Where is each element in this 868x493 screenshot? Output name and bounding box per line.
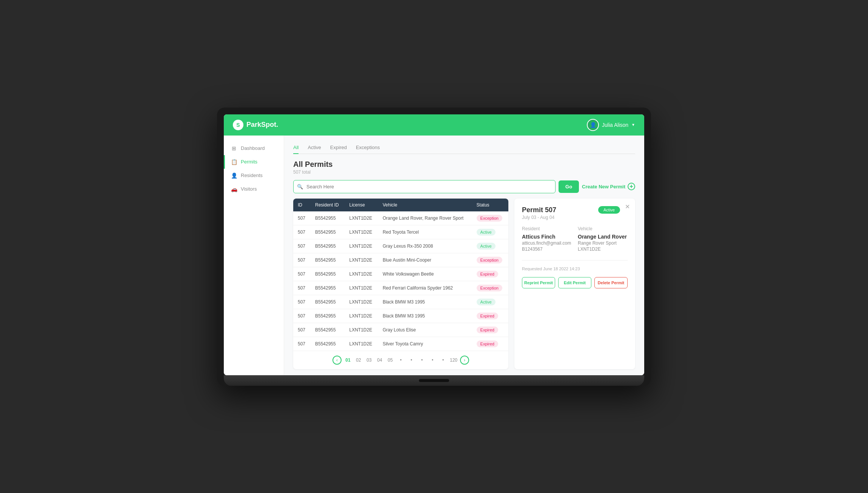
table-row[interactable]: 507 B5542955 LXNT1D2E Gray Lexus Rx-350 … (293, 239, 508, 253)
cell-id: 507 (293, 309, 311, 323)
tab-expired[interactable]: Expired (330, 142, 347, 154)
permits-icon: 📋 (231, 159, 237, 165)
prev-page-button[interactable]: ‹ (332, 356, 342, 365)
user-name: Julia Alison (602, 122, 628, 128)
edit-permit-button[interactable]: Edit Permit (558, 277, 591, 288)
cell-status: Expired (472, 309, 508, 323)
cell-vehicle: Black BMW M3 1995 (378, 295, 472, 309)
table-row[interactable]: 507 B5542955 LXNT1D2E Gray Lotus Elise E… (293, 323, 508, 337)
cell-vehicle: Blue Austin Mini-Cooper (378, 253, 472, 267)
cell-status: Expired (472, 267, 508, 281)
resident-name: Atticus Finch (522, 234, 572, 240)
page-05[interactable]: 05 (386, 356, 394, 364)
vehicle-column: Vehicle Orange Land Rover Range Rover Sp… (578, 226, 628, 253)
cell-status: Active (472, 225, 508, 239)
cell-vehicle: Orange Land Rover, Range Rover Sport (378, 211, 472, 225)
page-02[interactable]: 02 (354, 356, 363, 364)
page-dot-3: • (418, 356, 426, 364)
page-dot-1: • (397, 356, 405, 364)
logo: S ParkSpot. (233, 120, 278, 130)
table-row[interactable]: 507 B5542955 LXNT1D2E Red Ferrari Califo… (293, 281, 508, 295)
cell-status: Exception (472, 281, 508, 295)
avatar: 👤 (587, 119, 599, 131)
vehicle-model: Range Rover Sport (578, 240, 628, 246)
col-resident-id: Resident ID (311, 199, 345, 211)
cell-resident-id: B5542955 (311, 225, 345, 239)
cell-id: 507 (293, 253, 311, 267)
go-button[interactable]: Go (559, 180, 579, 193)
table-row[interactable]: 507 B5542955 LXNT1D2E Red Toyota Tercel … (293, 225, 508, 239)
page-01[interactable]: 01 (344, 356, 352, 364)
table-row[interactable]: 507 B5542955 LXNT1D2E Orange Land Rover,… (293, 211, 508, 225)
cell-vehicle: Gray Lotus Elise (378, 323, 472, 337)
create-permit-label: Create New Permit (582, 184, 625, 189)
sidebar-item-residents[interactable]: 👤 Residents (224, 169, 284, 182)
page-03[interactable]: 03 (365, 356, 373, 364)
vehicle-label: Vehicle (578, 226, 628, 231)
cell-id: 507 (293, 337, 311, 351)
page-dot-2: • (407, 356, 416, 364)
table-row[interactable]: 507 B5542955 LXNT1D2E Silver Toyota Camr… (293, 337, 508, 351)
chevron-down-icon: ▼ (631, 123, 635, 127)
page-dot-4: • (428, 356, 437, 364)
plus-icon: + (628, 183, 635, 190)
visitors-icon: 🚗 (231, 186, 237, 192)
table-row[interactable]: 507 B5542955 LXNT1D2E Black BMW M3 1995 … (293, 309, 508, 323)
cell-status: Expired (472, 323, 508, 337)
col-status: Status (472, 199, 508, 211)
cell-license: LXNT1D2E (345, 211, 378, 225)
requested-text: Requested June 18 2022 14:23 (522, 267, 628, 271)
cell-license: LXNT1D2E (345, 281, 378, 295)
cell-resident-id: B5542955 (311, 211, 345, 225)
pagination: ‹ 01 02 03 04 05 • • • • • 120 › (293, 351, 508, 369)
user-menu[interactable]: 👤 Julia Alison ▼ (587, 119, 635, 131)
col-vehicle: Vehicle (378, 199, 472, 211)
cell-resident-id: B5542955 (311, 337, 345, 351)
cell-status: Exception (472, 253, 508, 267)
page-120[interactable]: 120 (449, 356, 458, 364)
divider (522, 260, 628, 260)
delete-permit-button[interactable]: Delete Permit (594, 277, 628, 288)
tab-active[interactable]: Active (308, 142, 321, 154)
resident-email: atticus.finch@gmail.com (522, 240, 572, 246)
create-permit-button[interactable]: Create New Permit + (582, 183, 635, 190)
cell-id: 507 (293, 267, 311, 281)
next-page-button[interactable]: › (460, 356, 469, 365)
permits-table-container: ID Resident ID License Vehicle Status 50… (293, 199, 508, 369)
vehicle-name: Orange Land Rover (578, 234, 628, 240)
sidebar-item-dashboard[interactable]: ⊞ Dashboard (224, 142, 284, 155)
sidebar: ⊞ Dashboard 📋 Permits 👤 Residents 🚗 Visi… (224, 136, 284, 375)
cell-status: Expired (472, 337, 508, 351)
sidebar-item-visitors[interactable]: 🚗 Visitors (224, 182, 284, 196)
sidebar-label-dashboard: Dashboard (241, 145, 265, 151)
table-row[interactable]: 507 B5542955 LXNT1D2E Blue Austin Mini-C… (293, 253, 508, 267)
sidebar-item-permits[interactable]: 📋 Permits (224, 155, 284, 169)
cell-license: LXNT1D2E (345, 239, 378, 253)
resident-id: B1243567 (522, 246, 572, 252)
dashboard-icon: ⊞ (231, 145, 237, 151)
table-row[interactable]: 507 B5542955 LXNT1D2E Black BMW M3 1995 … (293, 295, 508, 309)
cell-license: LXNT1D2E (345, 253, 378, 267)
search-input[interactable] (293, 180, 556, 193)
search-container: 🔍 (293, 180, 556, 193)
close-icon[interactable]: ✕ (625, 203, 630, 210)
cell-status: Active (472, 239, 508, 253)
sidebar-label-permits: Permits (241, 159, 257, 165)
cell-status: Exception (472, 211, 508, 225)
cell-license: LXNT1D2E (345, 295, 378, 309)
tab-exceptions[interactable]: Exceptions (356, 142, 380, 154)
resident-label: Resident (522, 226, 572, 231)
cell-vehicle: Red Toyota Tercel (378, 225, 472, 239)
table-row[interactable]: 507 B5542955 LXNT1D2E White Volkswagen B… (293, 267, 508, 281)
tab-all[interactable]: All (293, 142, 299, 154)
resident-column: Resident Atticus Finch atticus.finch@gma… (522, 226, 572, 253)
cell-vehicle: Silver Toyota Camry (378, 337, 472, 351)
detail-actions: Reprint Permit Edit Permit Delete Permit (522, 277, 628, 288)
cell-resident-id: B5542955 (311, 253, 345, 267)
page-04[interactable]: 04 (376, 356, 384, 364)
cell-vehicle: White Volkswagen Beetle (378, 267, 472, 281)
detail-columns: Resident Atticus Finch atticus.finch@gma… (522, 226, 628, 253)
search-icon: 🔍 (297, 184, 303, 189)
reprint-permit-button[interactable]: Reprint Permit (522, 277, 555, 288)
main-content: All Active Expired Exceptions All Permit… (284, 136, 644, 375)
